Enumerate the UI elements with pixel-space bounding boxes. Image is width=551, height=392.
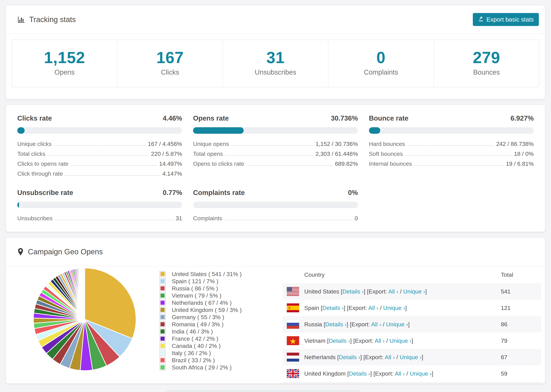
legend-swatch-color [161, 308, 165, 312]
rate-title: Unsubscribe rate [17, 189, 73, 196]
page-bottom-bar [165, 390, 360, 392]
rate-row-value: 4.147% [162, 171, 182, 177]
export-all-link[interactable]: All › [371, 321, 381, 328]
export-unique-link[interactable]: Unique › [386, 321, 408, 328]
flag-es-icon [287, 303, 299, 312]
opens-count: 1,152 [12, 49, 117, 66]
rate-value: 4.46% [163, 114, 182, 122]
export-unique-link[interactable]: Unique › [400, 354, 422, 360]
rate-row-value: 14.497% [159, 161, 182, 167]
slash-separator: / [405, 370, 410, 377]
details-link[interactable]: Details › [322, 305, 344, 311]
rate-title: Bounce rate [369, 114, 409, 122]
country-name: United States [304, 288, 341, 295]
legend-swatch-color [161, 322, 165, 326]
table-row-nl: Netherlands [Details ›] [Export: All › /… [283, 349, 541, 365]
stat-opens: 1,152 Opens [12, 40, 117, 87]
country-cell: United Kingdom [Details ›] [Export: All … [304, 370, 433, 377]
legend-label: South Africa ( 29 / 2% ) [172, 364, 232, 371]
legend-swatch [160, 278, 166, 284]
flag-gb-icon [287, 369, 299, 378]
rate-rows: Unsubscribes31 [17, 213, 182, 223]
dotted-leader [225, 155, 313, 156]
legend-swatch-color [161, 294, 165, 298]
legend-swatch [160, 321, 166, 327]
legend-swatch [160, 293, 166, 299]
country-column-header: Country [283, 271, 501, 278]
geo-table: Country Total United States [Details ›] … [283, 266, 541, 384]
legend-label: India ( 46 / 3% ) [172, 328, 213, 335]
export-all-link[interactable]: All › [388, 288, 398, 295]
stat-complaints: 0 Complaints [328, 40, 433, 87]
rate-row: Total clicks220 / 5.87% [17, 148, 182, 158]
rate-row: Hard bounces242 / 86.738% [369, 139, 534, 148]
bracket: ] [425, 288, 427, 295]
country-cell: Vietnam [Details ›] [Export: All › / Uni… [304, 337, 413, 344]
rate-row-value: 31 [176, 215, 182, 222]
rate-value: 30.736% [331, 114, 358, 122]
details-link[interactable]: Details › [349, 370, 370, 377]
table-row-main: United States [Details ›] [Export: All ›… [283, 287, 501, 296]
table-row-de: Germany [Details ›] [Export: All › / Uni… [283, 382, 541, 384]
details-link[interactable]: Details › [342, 288, 364, 295]
pie-slice[interactable] [85, 268, 85, 319]
bar-chart-icon [17, 15, 25, 23]
geo-title: Campaign Geo Opens [28, 247, 103, 256]
export-unique-link[interactable]: Unique › [389, 337, 411, 344]
legend-label: United States ( 541 / 31% ) [172, 271, 242, 277]
country-name: Spain [304, 305, 321, 311]
legend-item-italy: Italy ( 36 / 2% ) [160, 350, 242, 356]
export-all-link[interactable]: All › [368, 305, 378, 311]
export-all-link[interactable]: All › [374, 337, 385, 344]
bracket: ] [408, 321, 410, 328]
clicks-count: 167 [117, 49, 222, 66]
bracket: ] [422, 354, 423, 360]
legend-swatch-color [161, 329, 165, 334]
legend-item-vietnam: Vietnam ( 79 / 5% ) [160, 293, 242, 298]
rate-row-value: 220 / 5.87% [151, 151, 182, 157]
legend-label: Canada ( 40 / 2% ) [172, 343, 221, 349]
rate-row-label: Unique clicks [17, 141, 51, 147]
rate-row: Total opens2,303 / 61.446% [193, 148, 358, 158]
legend-item-united-kingdom: United Kingdom ( 59 / 3% ) [160, 307, 242, 313]
legend-swatch [160, 307, 166, 313]
dotted-leader [247, 165, 333, 166]
legend-label: United Kingdom ( 59 / 3% ) [172, 307, 242, 313]
rate-panel-clicks-rate: Clicks rate4.46%Unique clicks167 / 4.456… [17, 114, 182, 178]
bracket: [ [327, 337, 329, 344]
total-cell: 79 [501, 337, 541, 344]
geo-opens-pie-chart[interactable] [30, 266, 140, 374]
rate-row-label: Click through rate [17, 171, 63, 177]
export-unique-link[interactable]: Unique › [403, 288, 425, 295]
export-unique-link[interactable]: Unique › [410, 370, 432, 377]
slash-separator: / [378, 305, 383, 311]
export-all-link[interactable]: All › [395, 370, 405, 377]
complaints-count: 0 [328, 49, 433, 66]
export-unique-link[interactable]: Unique › [383, 305, 405, 311]
details-link[interactable]: Details › [325, 321, 347, 328]
rate-row-label: Unsubscribes [17, 215, 53, 222]
legend-swatch-color [161, 286, 165, 290]
dotted-leader [405, 155, 512, 156]
details-link[interactable]: Details › [329, 337, 350, 344]
legend-swatch [160, 336, 166, 342]
slash-separator: / [395, 354, 400, 360]
rate-title: Opens rate [193, 114, 229, 122]
rate-row-value: 18 / 0% [514, 151, 534, 157]
legend-swatch [160, 285, 166, 291]
export-all-link[interactable]: All › [385, 354, 395, 360]
clicks-label: Clicks [117, 68, 222, 76]
legend-swatch [160, 357, 166, 363]
bracket: ] [Export: [344, 305, 368, 311]
legend-item-russia: Russia ( 86 / 5% ) [160, 286, 242, 291]
legend-label: Netherlands ( 67 / 4% ) [172, 300, 232, 306]
bracket: [ [337, 354, 339, 360]
rate-rows: Unique opens1,152 / 30.736%Total opens2,… [193, 139, 358, 168]
export-basic-stats-button[interactable]: Export basic stats [473, 13, 539, 26]
legend-swatch-color [161, 272, 165, 276]
flag-us-icon [287, 287, 299, 296]
details-link[interactable]: Details › [339, 354, 360, 360]
country-cell: Netherlands [Details ›] [Export: All › /… [304, 354, 423, 361]
legend-swatch [160, 350, 166, 356]
rate-row: Clicks to opens rate14.497% [17, 158, 182, 168]
